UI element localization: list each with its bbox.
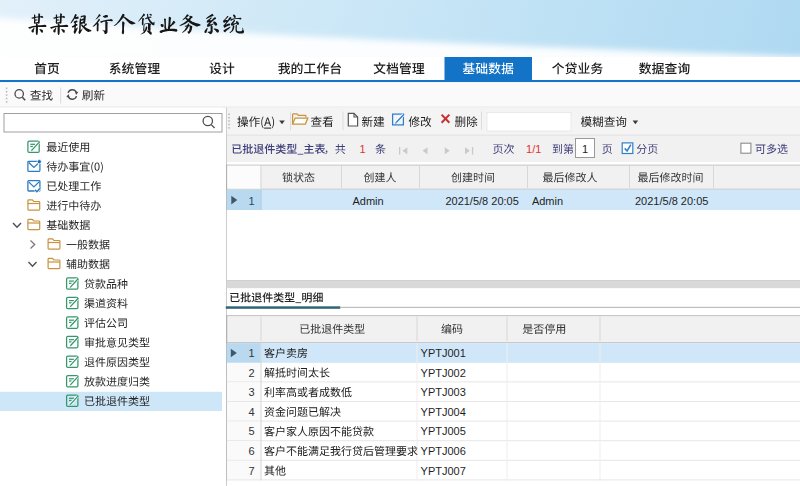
svg-text:YPTJ001: YPTJ001 (421, 347, 466, 359)
svg-text:2: 2 (248, 367, 254, 379)
svg-text:YPTJ007: YPTJ007 (421, 465, 466, 477)
svg-text:2021/5/8 20:05: 2021/5/8 20:05 (445, 195, 518, 207)
svg-text:YPTJ006: YPTJ006 (421, 445, 466, 457)
svg-text:4: 4 (248, 406, 254, 418)
svg-text:5: 5 (248, 425, 254, 437)
svg-text:Admin: Admin (532, 195, 563, 207)
svg-text:1: 1 (359, 143, 365, 155)
svg-text:YPTJ004: YPTJ004 (421, 406, 466, 418)
svg-text:YPTJ002: YPTJ002 (421, 367, 466, 379)
svg-text:Admin: Admin (353, 195, 384, 207)
svg-text:7: 7 (248, 465, 254, 477)
svg-text:YPTJ005: YPTJ005 (421, 425, 466, 437)
svg-text:1: 1 (248, 195, 254, 207)
svg-text:6: 6 (248, 445, 254, 457)
svg-text:1: 1 (248, 347, 254, 359)
svg-text:2021/5/8 20:05: 2021/5/8 20:05 (635, 195, 708, 207)
svg-text:YPTJ003: YPTJ003 (421, 386, 466, 398)
svg-text:1: 1 (582, 143, 588, 155)
svg-text:3: 3 (248, 386, 254, 398)
svg-text:1/1: 1/1 (526, 143, 541, 155)
